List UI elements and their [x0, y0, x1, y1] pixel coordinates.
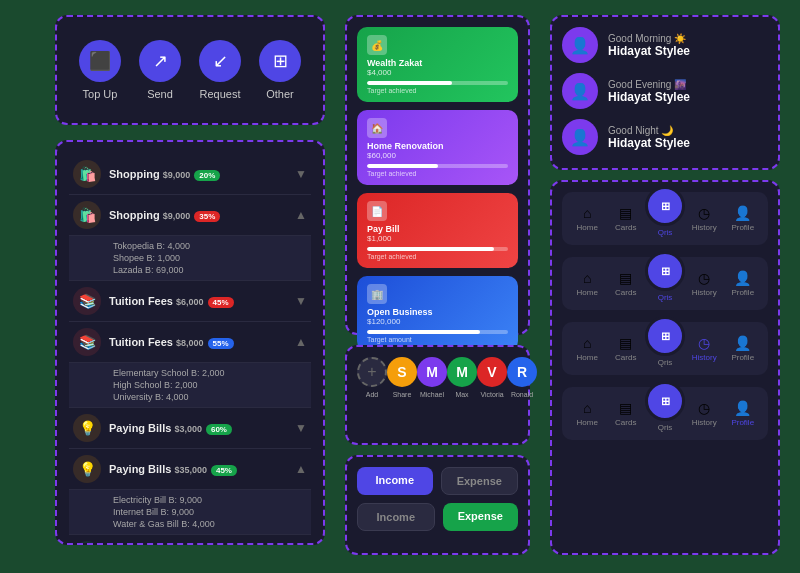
send-label: Send — [147, 88, 173, 100]
list-item: Electricity Bill B: 9,000 — [113, 494, 303, 506]
contact-michael[interactable]: M Michael — [417, 357, 447, 398]
budget-bills-expanded-header[interactable]: 💡 Paying Bills $35,00045% ▲ — [69, 449, 311, 490]
savings-card-open-business[interactable]: 🏢 Open Business $120,000 Target amount — [357, 276, 518, 351]
list-item: High School B: 2,000 — [113, 379, 303, 391]
home-renovation-progress-fill — [367, 164, 438, 168]
expense-button-inactive[interactable]: Expense — [441, 467, 519, 495]
shopping-info2: Shopping $9,00035% — [109, 209, 295, 221]
shopping-name: Shopping $9,00020% — [109, 168, 295, 180]
history-label-3: History — [692, 353, 717, 362]
morning-time-label: Good Morning ☀️ — [608, 33, 690, 44]
nav-history-1[interactable]: ◷ History — [685, 205, 724, 232]
chevron-up-icon: ▲ — [295, 208, 307, 222]
income-button-active[interactable]: Income — [357, 467, 433, 495]
request-icon: ↙ — [199, 40, 241, 82]
navbars-panel: ⌂ Home ▤ Cards ⊞ Qris ◷ History 👤 Profil… — [550, 180, 780, 555]
cards-icon2: ▤ — [619, 270, 632, 286]
contact-max[interactable]: M Max — [447, 357, 477, 398]
savings-card-pay-bill[interactable]: 📄 Pay Bill $1,000 Target achieved — [357, 193, 518, 268]
profile-label-1: Profile — [731, 223, 754, 232]
max-label: Max — [455, 391, 468, 398]
nav-qris-4[interactable]: ⊞ Qris — [645, 395, 685, 432]
cards-icon3: ▤ — [619, 335, 632, 351]
contact-add[interactable]: + Add — [357, 357, 387, 398]
nav-cards-4[interactable]: ▤ Cards — [607, 400, 646, 427]
nav-cards-1[interactable]: ▤ Cards — [607, 205, 646, 232]
home-label-1: Home — [577, 223, 598, 232]
home-icon4: ⌂ — [583, 400, 591, 416]
chevron-up-icon: ▲ — [295, 462, 307, 476]
nav-profile-3[interactable]: 👤 Profile — [724, 335, 763, 362]
night-text: Good Night 🌙 Hidayat Stylee — [608, 125, 690, 150]
budget-bills-collapsed[interactable]: 💡 Paying Bills $3,00060% ▼ — [69, 408, 311, 449]
history-icon: ◷ — [698, 205, 710, 221]
navbar-3: ⌂ Home ▤ Cards ⊞ Qris ◷ History 👤 Profil… — [562, 322, 768, 375]
profile-label-3: Profile — [731, 353, 754, 362]
nav-home-2[interactable]: ⌂ Home — [568, 270, 607, 297]
cards-icon: ▤ — [619, 205, 632, 221]
bills-name: Paying Bills $3,00060% — [109, 422, 295, 434]
shopping-name2: Shopping $9,00035% — [109, 209, 295, 221]
budget-list-panel: 🛍️ Shopping $9,00020% ▼ 🛍️ Shopping $9,0… — [55, 140, 325, 545]
contact-share[interactable]: S Share — [387, 357, 417, 398]
contact-ronald[interactable]: R Ronald — [507, 357, 537, 398]
history-label-1: History — [692, 223, 717, 232]
nav-home-4[interactable]: ⌂ Home — [568, 400, 607, 427]
topup-label: Top Up — [83, 88, 118, 100]
list-item: Internet Bill B: 9,000 — [113, 506, 303, 518]
qris-circle-1: ⊞ — [645, 186, 685, 226]
expense-button-active[interactable]: Expense — [443, 503, 519, 531]
qa-topup[interactable]: ⬛ Top Up — [79, 40, 121, 100]
nav-history-4[interactable]: ◷ History — [685, 400, 724, 427]
qris-circle-3: ⊞ — [645, 316, 685, 356]
budget-tuition-collapsed[interactable]: 📚 Tuition Fees $6,00045% ▼ — [69, 281, 311, 322]
tuition-subitems: Elementary School B: 2,000 High School B… — [69, 363, 311, 408]
wealth-zakat-title: Wealth Zakat — [367, 58, 508, 68]
budget-shopping-collapsed[interactable]: 🛍️ Shopping $9,00020% ▼ — [69, 154, 311, 195]
qa-request[interactable]: ↙ Request — [199, 40, 241, 100]
tuition-icon: 📚 — [73, 287, 101, 315]
wealth-zakat-progress-bar — [367, 81, 508, 85]
add-contact-icon: + — [357, 357, 387, 387]
nav-home-3[interactable]: ⌂ Home — [568, 335, 607, 362]
bills-info: Paying Bills $3,00060% — [109, 422, 295, 434]
nav-home-1[interactable]: ⌂ Home — [568, 205, 607, 232]
navbar-1: ⌂ Home ▤ Cards ⊞ Qris ◷ History 👤 Profil… — [562, 192, 768, 245]
budget-tuition-expanded-header[interactable]: 📚 Tuition Fees $8,00055% ▲ — [69, 322, 311, 363]
evening-name-label: Hidayat Stylee — [608, 90, 690, 104]
ronald-label: Ronald — [511, 391, 533, 398]
tuition-info: Tuition Fees $6,00045% — [109, 295, 295, 307]
profile-label-4: Profile — [731, 418, 754, 427]
navbar-4: ⌂ Home ▤ Cards ⊞ Qris ◷ History 👤 Profil… — [562, 387, 768, 440]
wealth-zakat-amount: $4,000 — [367, 68, 508, 77]
nav-cards-2[interactable]: ▤ Cards — [607, 270, 646, 297]
nav-qris-1[interactable]: ⊞ Qris — [645, 200, 685, 237]
nav-qris-2[interactable]: ⊞ Qris — [645, 265, 685, 302]
budget-shopping-expanded-header[interactable]: 🛍️ Shopping $9,00035% ▲ — [69, 195, 311, 236]
qris-circle-2: ⊞ — [645, 251, 685, 291]
savings-card-home-renovation[interactable]: 🏠 Home Renovation $60,000 Target achieve… — [357, 110, 518, 185]
victoria-label: Victoria — [480, 391, 503, 398]
wealth-zakat-target: Target achieved — [367, 87, 508, 94]
nav-history-2[interactable]: ◷ History — [685, 270, 724, 297]
open-business-icon: 🏢 — [367, 284, 387, 304]
nav-qris-3[interactable]: ⊞ Qris — [645, 330, 685, 367]
budget-zakat[interactable]: ☪ Pay Zakat $4,000 ▼ — [69, 535, 311, 545]
income-button-inactive[interactable]: Income — [357, 503, 435, 531]
qa-send[interactable]: ↗ Send — [139, 40, 181, 100]
open-business-target: Target amount — [367, 336, 508, 343]
qa-other[interactable]: ⊞ Other — [259, 40, 301, 100]
nav-history-3[interactable]: ◷ History — [685, 335, 724, 362]
greeting-panel: 👤 Good Morning ☀️ Hidayat Stylee 👤 Good … — [550, 15, 780, 170]
navbar-2: ⌂ Home ▤ Cards ⊞ Qris ◷ History 👤 Profil… — [562, 257, 768, 310]
list-item: Tokopedia B: 4,000 — [113, 240, 303, 252]
savings-card-wealth-zakat[interactable]: 💰 Wealth Zakat $4,000 Target achieved — [357, 27, 518, 102]
nav-cards-3[interactable]: ▤ Cards — [607, 335, 646, 362]
bills-name2: Paying Bills $35,00045% — [109, 463, 295, 475]
nav-profile-4[interactable]: 👤 Profile — [724, 400, 763, 427]
nav-profile-2[interactable]: 👤 Profile — [724, 270, 763, 297]
contact-victoria[interactable]: V Victoria — [477, 357, 507, 398]
nav-profile-1[interactable]: 👤 Profile — [724, 205, 763, 232]
home-icon2: ⌂ — [583, 270, 591, 286]
evening-time-label: Good Evening 🌆 — [608, 79, 690, 90]
